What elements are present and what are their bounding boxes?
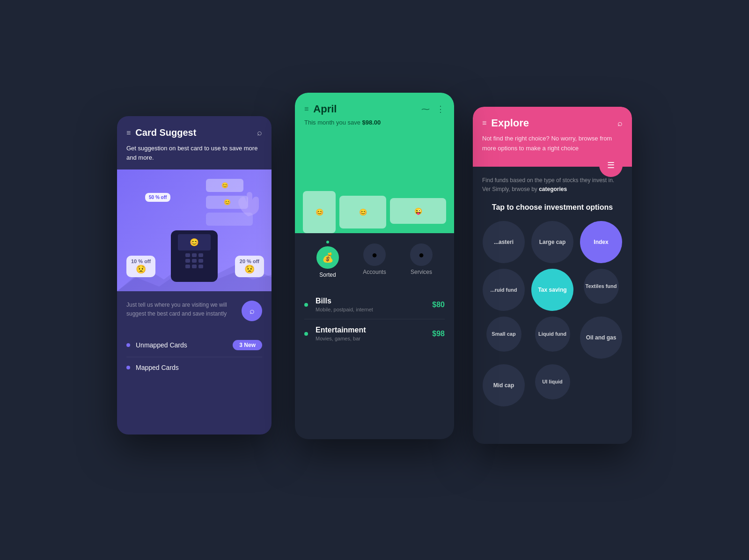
tab-sorted[interactable]: 💰 Sorted — [304, 233, 351, 283]
card-april: ≡ April ⁓ ⋮ This month you save $98.00 😊… — [295, 93, 454, 439]
invest-title: Tap to choose investment options — [482, 203, 623, 212]
new-badge: 3 New — [233, 340, 262, 350]
sorted-icon: 💰 — [316, 246, 339, 269]
pink-dot — [617, 107, 622, 110]
accounts-icon: ● — [363, 243, 386, 266]
explore-fab[interactable]: ☰ — [599, 154, 623, 177]
card-suggest-header: ≡ Card Suggest ⌕ — [117, 116, 272, 144]
services-label: Services — [411, 269, 432, 275]
card-suggest-bottom-text: Just tell us where you are visiting we w… — [126, 301, 229, 318]
april-tabs: 💰 Sorted ● Accounts ● Services — [295, 233, 454, 283]
card-suggest-title: Card Suggest — [135, 127, 196, 138]
discount-badge: 50 % off — [145, 193, 170, 202]
float-card-left: 10 % off — [126, 256, 155, 277]
explore-description: Not find the right choice? No worry, bro… — [482, 134, 623, 154]
bubble-ul-liquid[interactable]: Ul liquid — [535, 364, 570, 399]
mapped-cards-label: Mapped Cards — [136, 364, 262, 371]
expense-bills-sub: Mobile, postpaid, internet — [316, 307, 432, 312]
bubble-small-cap[interactable]: Small cap — [486, 317, 521, 352]
sorted-label: Sorted — [319, 272, 336, 278]
pos-screen: 😊 — [178, 234, 211, 251]
dot-icon-2 — [126, 366, 130, 369]
bubble-ruid-fund[interactable]: ...ruid fund — [483, 269, 525, 311]
scene: ≡ Card Suggest ⌕ Get suggestion on best … — [117, 69, 632, 491]
services-icon: ● — [410, 243, 433, 266]
search-fab[interactable]: ⌕ — [242, 301, 262, 321]
chart-icon[interactable]: ⁓ — [421, 104, 430, 114]
tab-services[interactable]: ● Services — [398, 236, 445, 280]
expense-ent-name: Entertainment — [316, 326, 432, 334]
bubble-oil-gas[interactable]: Oil and gas — [580, 317, 622, 359]
dot-icon — [126, 343, 130, 347]
explore-hero: ≡ Explore ⌕ Not find the right choice? N… — [473, 107, 632, 167]
april-title: April — [313, 103, 337, 115]
bubble-index[interactable]: Index — [580, 221, 622, 263]
bubble-tax-saving[interactable]: Tax saving — [531, 269, 573, 311]
bubbles-grid: ...asteri Large cap Index ...ruid fund T… — [482, 221, 623, 406]
bubble-mid-cap[interactable]: Mid cap — [483, 364, 525, 406]
hand-icon — [232, 188, 264, 221]
float-card-right: 20 % off — [235, 256, 264, 277]
kbox-med: 😊 — [339, 196, 386, 228]
unmapped-cards-label: Unmapped Cards — [136, 341, 233, 349]
expense-dot-2 — [304, 332, 308, 336]
bubble-masteri[interactable]: ...asteri — [483, 221, 525, 263]
explore-menu-icon[interactable]: ≡ — [482, 119, 486, 127]
expense-ent-sub: Movies, games, bar — [316, 336, 432, 341]
expense-bills-name: Bills — [316, 297, 432, 305]
explore-header: ≡ Explore ⌕ — [482, 117, 623, 129]
accounts-label: Accounts — [363, 269, 386, 275]
unmapped-cards-item[interactable]: Unmapped Cards 3 New — [126, 333, 262, 357]
mapped-cards-item[interactable]: Mapped Cards — [126, 357, 262, 378]
expense-bills-amount: $80 — [432, 301, 445, 309]
kawaii-boxes: 😊 😊 😜 — [303, 191, 446, 233]
explore-body: Find funds based on the type of stocks t… — [473, 167, 632, 416]
bubble-large-cap[interactable]: Large cap — [531, 221, 573, 263]
expense-ent-amount: $98 — [432, 330, 445, 338]
april-header: ≡ April ⁓ ⋮ — [304, 103, 445, 115]
expense-entertainment[interactable]: Entertainment Movies, games, bar $98 — [304, 319, 445, 348]
tab-accounts[interactable]: ● Accounts — [351, 236, 398, 280]
funds-description: Find funds based on the type of stocks t… — [482, 176, 623, 194]
explore-search-icon[interactable]: ⌕ — [617, 118, 623, 128]
expense-list: Bills Mobile, postpaid, internet $80 Ent… — [295, 283, 454, 355]
menu-icon[interactable]: ≡ — [126, 129, 131, 137]
card-suggest: ≡ Card Suggest ⌕ Get suggestion on best … — [117, 116, 272, 435]
more-icon[interactable]: ⋮ — [436, 104, 445, 114]
hero-illustration: 😊 50 % off 😊 😊 10 % off 20 % off — [117, 169, 272, 291]
kbox-tall: 😊 — [303, 191, 336, 233]
april-hero: ≡ April ⁓ ⋮ This month you save $98.00 😊… — [295, 93, 454, 233]
card-suggest-subtitle: Get suggestion on best card to use to sa… — [117, 144, 272, 169]
card-explore: ≡ Explore ⌕ Not find the right choice? N… — [473, 107, 632, 444]
april-savings-text: This month you save $98.00 — [304, 119, 445, 126]
kbox-wide: 😜 — [390, 198, 446, 224]
bubble-textiles[interactable]: Textiles fund — [584, 269, 619, 304]
pos-terminal: 😊 — [171, 230, 218, 282]
april-menu-icon[interactable]: ≡ — [304, 105, 308, 113]
card-suggest-bottom: Just tell us where you are visiting we w… — [117, 291, 272, 387]
expense-dot-1 — [304, 303, 308, 307]
explore-title: Explore — [491, 117, 529, 129]
search-icon[interactable]: ⌕ — [257, 128, 262, 138]
expense-bills[interactable]: Bills Mobile, postpaid, internet $80 — [304, 290, 445, 319]
bubble-liquid-fund[interactable]: Liquid fund — [535, 317, 570, 352]
